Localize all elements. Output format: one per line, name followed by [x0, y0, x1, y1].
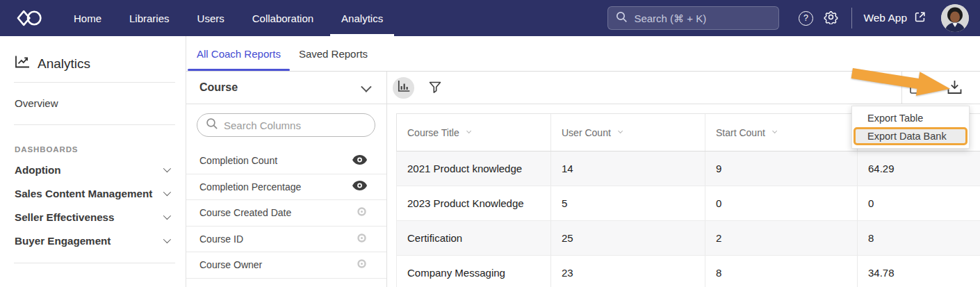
sidebar-divider [14, 124, 175, 125]
sidebar-item-overview[interactable]: Overview [15, 97, 186, 109]
chevron-down-icon [361, 81, 372, 92]
sidebar-title: Analytics [15, 55, 186, 72]
sidebar-item-adoption[interactable]: Adoption [15, 158, 169, 181]
eye-visible-icon[interactable] [352, 181, 367, 192]
cell-start-count: 8 [705, 256, 858, 287]
sidebar-title-label: Analytics [38, 56, 90, 72]
column-item-label: Course Owner [199, 259, 262, 270]
menu-item-export-data-bank[interactable]: Export Data Bank [854, 127, 967, 145]
eye-visible-icon[interactable] [352, 155, 367, 167]
download-icon [947, 85, 963, 97]
nav-item-analytics[interactable]: Analytics [327, 0, 397, 36]
cell-course-title: Company Messaging [397, 256, 551, 287]
column-item-completion-percentage[interactable]: Completion Percentage [186, 174, 386, 201]
sidebar-item-seller-effectiveness[interactable]: Seller Effectiveness [15, 205, 169, 229]
eye-hidden-icon[interactable] [357, 206, 367, 219]
tab-saved-reports[interactable]: Saved Reports [290, 36, 377, 71]
nav-item-home[interactable]: Home [60, 0, 115, 36]
cell-course-title: Certification [397, 221, 551, 255]
table-header-start-count[interactable]: Start Count [705, 114, 858, 151]
column-item-completion-count[interactable]: Completion Count [186, 148, 386, 174]
nav-item-libraries[interactable]: Libraries [115, 0, 183, 36]
table-view-button[interactable] [910, 82, 922, 97]
cell-user-count: 25 [551, 221, 705, 255]
report-toolbar [387, 72, 980, 104]
sort-chevron-icon [618, 129, 623, 133]
report-content: Course Completion Count [186, 72, 980, 287]
cell-completion: 8 [858, 221, 980, 255]
sidebar-divider [14, 82, 175, 83]
help-button[interactable]: ? [793, 6, 818, 31]
cell-completion: 64.29 [858, 151, 980, 186]
sidebar-item-label: Seller Effectiveness [15, 211, 115, 223]
gear-icon [824, 10, 838, 27]
columns-panel: Course Completion Count [186, 72, 387, 287]
chevron-down-icon [163, 212, 171, 220]
global-search[interactable] [607, 6, 779, 30]
column-item-label: Completion Count [199, 155, 277, 166]
menu-item-export-table[interactable]: Export Table [852, 109, 969, 126]
sidebar-item-buyer-engagement[interactable]: Buyer Engagement [15, 229, 169, 252]
column-item-label: Completion Percentage [199, 181, 301, 192]
filter-button[interactable] [428, 81, 442, 97]
table-row[interactable]: Certification 25 2 8 [396, 221, 980, 256]
cell-user-count: 23 [551, 256, 705, 287]
course-selector-label: Course [199, 81, 238, 94]
course-selector[interactable]: Course [186, 72, 386, 104]
header-label: Course Title [407, 127, 459, 138]
analytics-chart-icon [15, 55, 30, 72]
table-header-user-count[interactable]: User Count [551, 114, 705, 151]
settings-button[interactable] [818, 6, 843, 31]
table-header-course-title[interactable]: Course Title [397, 114, 551, 151]
cell-course-title: 2023 Product Knowledge [397, 186, 551, 220]
cell-course-title: 2021 Product knowledge [397, 151, 551, 186]
external-link-icon [914, 11, 926, 26]
eye-hidden-icon[interactable] [357, 259, 367, 271]
sidebar-section-dashboards: DASHBOARDS [15, 145, 186, 154]
nav-item-users[interactable]: Users [183, 0, 238, 36]
filter-funnel-icon [428, 85, 442, 97]
table-row[interactable]: 2021 Product knowledge 14 9 64.29 [396, 151, 980, 186]
table-row[interactable]: 2023 Product Knowledge 5 0 0 [396, 186, 980, 221]
sidebar-divider [14, 263, 175, 263]
cell-user-count: 14 [551, 151, 705, 186]
web-app-link[interactable]: Web App [863, 11, 926, 26]
column-item-course-created-date[interactable]: Course Created Date [186, 200, 386, 227]
chevron-down-icon [163, 236, 171, 243]
sidebar-item-sales-content-management[interactable]: Sales Content Management [15, 181, 169, 205]
top-navigation: Home Libraries Users Collaboration Analy… [0, 0, 980, 36]
nav-divider [851, 8, 852, 28]
reports-tabbar: All Coach Reports Saved Reports [186, 36, 980, 72]
search-columns-box[interactable] [197, 113, 375, 137]
column-item-label: Course Created Date [199, 207, 291, 218]
sidebar-item-label: Buyer Engagement [15, 235, 111, 247]
web-app-label: Web App [863, 12, 907, 24]
report-table-area: Course Title User Count Start Count [387, 72, 980, 287]
toolbar-divider [901, 72, 902, 104]
column-item-course-id[interactable]: Course ID [186, 227, 386, 253]
cell-completion: 0 [858, 186, 980, 220]
user-avatar[interactable] [941, 4, 969, 32]
search-icon [616, 11, 628, 26]
tab-all-coach-reports[interactable]: All Coach Reports [188, 36, 290, 71]
search-columns-input[interactable] [224, 120, 366, 131]
app-screen: Home Libraries Users Collaboration Analy… [0, 0, 980, 287]
column-list: Completion Count Completion Percentage [186, 148, 386, 279]
table-row[interactable]: Company Messaging 23 8 34.78 [396, 256, 980, 287]
main-content: All Coach Reports Saved Reports Course [186, 36, 980, 287]
export-download-button[interactable] [947, 79, 963, 98]
header-label: User Count [562, 127, 611, 138]
brand-logo-icon[interactable] [15, 6, 43, 30]
sidebar-item-label: Adoption [15, 164, 61, 176]
chart-view-button[interactable] [393, 77, 414, 99]
global-search-input[interactable] [634, 13, 771, 24]
column-item-course-owner[interactable]: Course Owner [186, 252, 386, 279]
cell-start-count: 0 [705, 186, 858, 220]
column-item-label: Course ID [199, 233, 243, 245]
header-label: Start Count [716, 127, 765, 138]
chevron-down-icon [163, 188, 171, 196]
cell-start-count: 9 [705, 151, 858, 186]
eye-hidden-icon[interactable] [357, 233, 367, 245]
nav-item-collaboration[interactable]: Collaboration [238, 0, 327, 36]
sort-chevron-icon [466, 129, 471, 133]
